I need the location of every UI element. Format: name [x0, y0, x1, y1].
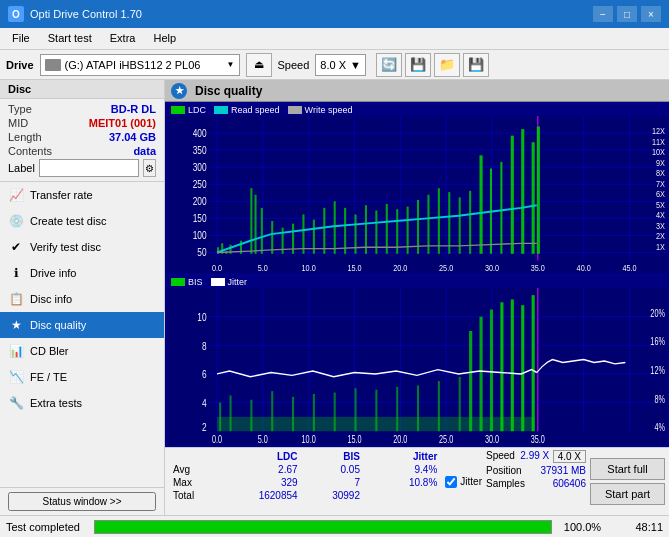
menu-help[interactable]: Help	[145, 30, 184, 47]
svg-rect-76	[469, 191, 471, 254]
write-speed-label: Write speed	[305, 105, 353, 115]
svg-text:0.0: 0.0	[212, 262, 222, 273]
drive-select[interactable]: (G:) ATAPI iHBS112 2 PL06 ▼	[40, 54, 240, 76]
transfer-rate-icon: 📈	[8, 187, 24, 203]
speed-row: Speed 2.99 X 4.0 X	[486, 450, 586, 463]
avg-bis: 0.05	[302, 463, 364, 476]
disc-contents-row: Contents data	[8, 145, 156, 157]
svg-rect-130	[459, 376, 461, 430]
svg-rect-72	[427, 195, 429, 254]
jitter-label: Jitter	[228, 277, 248, 287]
label-btn[interactable]: ⚙	[143, 159, 156, 177]
svg-rect-127	[396, 386, 398, 430]
svg-rect-56	[261, 208, 263, 254]
close-button[interactable]: ×	[641, 6, 661, 22]
nav-extra-tests-label: Extra tests	[30, 397, 82, 409]
read-speed-color	[214, 106, 228, 114]
nav-fe-te[interactable]: 📉 FE / TE	[0, 364, 164, 390]
svg-text:4X: 4X	[656, 210, 665, 221]
bottom-chart-svg: 10 8 6 4 2 20% 16% 12% 8% 4% 0.0 5.0	[167, 288, 667, 446]
svg-text:300: 300	[193, 161, 207, 173]
start-part-button[interactable]: Start part	[590, 483, 665, 505]
svg-rect-132	[480, 316, 483, 431]
speed-label: Speed	[486, 450, 515, 463]
svg-text:10: 10	[197, 310, 207, 323]
svg-rect-134	[500, 302, 503, 431]
toolbar-btn-1[interactable]: 🔄	[376, 53, 402, 77]
jitter-color	[211, 278, 225, 286]
nav-drive-info[interactable]: ℹ Drive info	[0, 260, 164, 286]
menu-extra[interactable]: Extra	[102, 30, 144, 47]
svg-text:20.0: 20.0	[393, 433, 407, 444]
position-row: Position 37931 MB	[486, 465, 586, 476]
samples-label: Samples	[486, 478, 525, 489]
status-window-button[interactable]: Status window >>	[8, 492, 156, 511]
svg-text:16%: 16%	[650, 336, 665, 347]
disc-quality-header-icon: ★	[171, 83, 187, 99]
speed-val2: 4.0 X	[553, 450, 586, 463]
total-ldc: 1620854	[220, 489, 302, 502]
avg-ldc: 2.67	[220, 463, 302, 476]
nav-disc-info[interactable]: 📋 Disc info	[0, 286, 164, 312]
speed-select[interactable]: 8.0 X ▼	[315, 54, 366, 76]
stats-table: LDC BIS Jitter Avg 2.67 0.05 9.4%	[169, 450, 441, 513]
svg-rect-79	[500, 162, 502, 254]
disc-mid-value: MEIT01 (001)	[89, 117, 156, 129]
disc-type-row: Type BD-R DL	[8, 103, 156, 115]
jitter-checkbox[interactable]	[445, 476, 457, 488]
svg-rect-74	[448, 192, 450, 254]
svg-rect-124	[334, 392, 336, 431]
svg-rect-136	[521, 305, 524, 431]
minimize-button[interactable]: −	[593, 6, 613, 22]
ldc-color	[171, 106, 185, 114]
nav-cd-bler[interactable]: 📊 CD Bler	[0, 338, 164, 364]
svg-text:50: 50	[197, 246, 206, 258]
main-layout: Disc Type BD-R DL MID MEIT01 (001) Lengt…	[0, 80, 669, 515]
svg-text:6: 6	[202, 367, 207, 380]
verify-test-disc-icon: ✔	[8, 239, 24, 255]
svg-rect-64	[344, 208, 346, 254]
nav-transfer-rate[interactable]: 📈 Transfer rate	[0, 182, 164, 208]
disc-quality-header: ★ Disc quality	[165, 80, 669, 102]
bis-col-header: BIS	[302, 450, 364, 463]
svg-text:11X: 11X	[652, 136, 665, 147]
max-jitter: 10.8%	[378, 476, 441, 489]
svg-text:5X: 5X	[656, 199, 665, 210]
stats-panel: LDC BIS Jitter Avg 2.67 0.05 9.4%	[165, 447, 669, 515]
toolbar-btn-4[interactable]: 💾	[463, 53, 489, 77]
nav-verify-test-disc-label: Verify test disc	[30, 241, 101, 253]
status-time: 48:11	[613, 521, 663, 533]
toolbar-btn-3[interactable]: 📁	[434, 53, 460, 77]
speed-dropdown-arrow: ▼	[350, 59, 361, 71]
svg-text:12%: 12%	[650, 364, 665, 375]
menu-bar: File Start test Extra Help	[0, 28, 669, 50]
top-legend: LDC Read speed Write speed	[167, 104, 667, 116]
svg-text:200: 200	[193, 195, 207, 207]
maximize-button[interactable]: □	[617, 6, 637, 22]
svg-rect-119	[230, 395, 232, 431]
toolbar-btn-2[interactable]: 💾	[405, 53, 431, 77]
title-bar-controls[interactable]: − □ ×	[593, 6, 661, 22]
drive-disk-icon	[45, 59, 61, 71]
svg-text:40.0: 40.0	[577, 262, 592, 273]
label-input[interactable]	[39, 159, 139, 177]
svg-rect-82	[532, 142, 535, 254]
svg-rect-81	[521, 129, 524, 254]
svg-rect-133	[490, 309, 493, 431]
menu-file[interactable]: File	[4, 30, 38, 47]
nav-disc-quality-label: Disc quality	[30, 319, 86, 331]
charts-container: LDC Read speed Write speed	[165, 102, 669, 447]
eject-button[interactable]: ⏏	[246, 53, 272, 77]
svg-rect-62	[323, 208, 325, 254]
nav-disc-quality[interactable]: ★ Disc quality	[0, 312, 164, 338]
ldc-col-header: LDC	[220, 450, 302, 463]
speed-label: Speed	[278, 59, 310, 71]
svg-text:20.0: 20.0	[393, 262, 408, 273]
start-full-button[interactable]: Start full	[590, 458, 665, 480]
nav-fe-te-label: FE / TE	[30, 371, 67, 383]
create-test-disc-icon: 💿	[8, 213, 24, 229]
nav-create-test-disc[interactable]: 💿 Create test disc	[0, 208, 164, 234]
menu-start-test[interactable]: Start test	[40, 30, 100, 47]
nav-extra-tests[interactable]: 🔧 Extra tests	[0, 390, 164, 416]
nav-verify-test-disc[interactable]: ✔ Verify test disc	[0, 234, 164, 260]
